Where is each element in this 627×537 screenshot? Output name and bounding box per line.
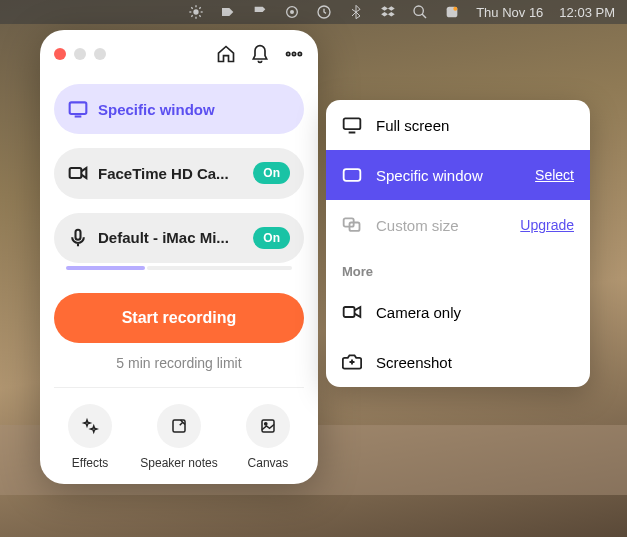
mic-label: Default - iMac Mi...	[98, 229, 243, 246]
menubar-dropbox-icon	[380, 4, 396, 20]
notes-icon	[170, 417, 188, 435]
svg-rect-22	[76, 229, 81, 239]
camera-label: FaceTime HD Ca...	[98, 165, 243, 182]
screenshot-icon	[342, 353, 362, 371]
source-label: Specific window	[98, 101, 290, 118]
start-recording-button[interactable]: Start recording	[54, 293, 304, 343]
menubar-sun-icon	[188, 4, 204, 20]
menubar-circle-icon	[284, 4, 300, 20]
recording-source-selector[interactable]: Specific window	[54, 84, 304, 134]
svg-point-17	[292, 52, 295, 55]
effects-icon	[81, 417, 99, 435]
popup-custom-size[interactable]: Custom size Upgrade	[326, 200, 590, 250]
home-icon[interactable]	[216, 44, 236, 64]
svg-point-10	[290, 10, 294, 14]
svg-line-6	[199, 15, 200, 16]
mic-selector[interactable]: Default - iMac Mi... On	[54, 213, 304, 263]
menubar-search-icon[interactable]	[412, 4, 428, 20]
svg-point-15	[453, 7, 457, 11]
popup-camera-only[interactable]: Camera only	[326, 287, 590, 337]
popup-screenshot[interactable]: Screenshot	[326, 337, 590, 387]
svg-rect-19	[70, 102, 87, 114]
svg-line-7	[191, 15, 192, 16]
svg-line-5	[191, 7, 192, 8]
camera-selector[interactable]: FaceTime HD Ca... On	[54, 148, 304, 198]
svg-point-25	[265, 423, 267, 425]
window-icon	[342, 166, 362, 184]
bell-icon[interactable]	[250, 44, 270, 64]
popup-specific-window[interactable]: Specific window Select	[326, 150, 590, 200]
svg-rect-31	[344, 307, 355, 317]
svg-point-18	[298, 52, 301, 55]
main-panel: Specific window FaceTime HD Ca... On Def…	[40, 30, 318, 484]
svg-rect-21	[70, 168, 82, 178]
canvas-icon	[259, 417, 277, 435]
monitor-icon	[342, 116, 362, 134]
more-icon[interactable]	[284, 44, 304, 64]
speaker-notes-tool[interactable]: Speaker notes	[140, 404, 217, 470]
menubar-date: Thu Nov 16	[476, 5, 543, 20]
titlebar	[54, 44, 304, 64]
window-icon	[68, 99, 88, 119]
footer-tools: Effects Speaker notes Canvas	[54, 387, 304, 470]
svg-line-13	[422, 14, 426, 18]
menubar-time: 12:03 PM	[559, 5, 615, 20]
popup-full-screen[interactable]: Full screen	[326, 100, 590, 150]
macos-menubar: Thu Nov 16 12:03 PM	[0, 0, 627, 24]
mic-level-bar	[66, 266, 292, 270]
menubar-siri-icon[interactable]	[444, 4, 460, 20]
svg-line-8	[199, 7, 200, 8]
canvas-tool[interactable]: Canvas	[246, 404, 290, 470]
camera-status-badge: On	[253, 162, 290, 184]
mic-status-badge: On	[253, 227, 290, 249]
svg-rect-28	[344, 169, 361, 181]
svg-point-16	[287, 52, 290, 55]
select-button[interactable]: Select	[535, 167, 574, 183]
source-popup: Full screen Specific window Select Custo…	[326, 100, 590, 387]
menubar-clock-icon	[316, 4, 332, 20]
upgrade-link[interactable]: Upgrade	[520, 217, 574, 233]
canvas-label: Canvas	[248, 456, 289, 470]
svg-rect-26	[344, 118, 361, 129]
menubar-tag-icon	[220, 4, 236, 20]
recording-limit-text: 5 min recording limit	[54, 355, 304, 371]
effects-tool[interactable]: Effects	[68, 404, 112, 470]
resize-icon	[342, 216, 362, 234]
minimize-button[interactable]	[74, 48, 86, 60]
menubar-bluetooth-icon	[348, 4, 364, 20]
zoom-button[interactable]	[94, 48, 106, 60]
close-button[interactable]	[54, 48, 66, 60]
camera-icon	[342, 303, 362, 321]
svg-point-12	[414, 6, 423, 15]
mic-icon	[68, 228, 88, 248]
svg-point-0	[193, 9, 198, 14]
traffic-lights	[54, 48, 106, 60]
camera-icon	[68, 163, 88, 183]
effects-label: Effects	[72, 456, 108, 470]
popup-section-more: More	[326, 250, 590, 287]
menubar-flag-icon	[252, 4, 268, 20]
speaker-notes-label: Speaker notes	[140, 456, 217, 470]
